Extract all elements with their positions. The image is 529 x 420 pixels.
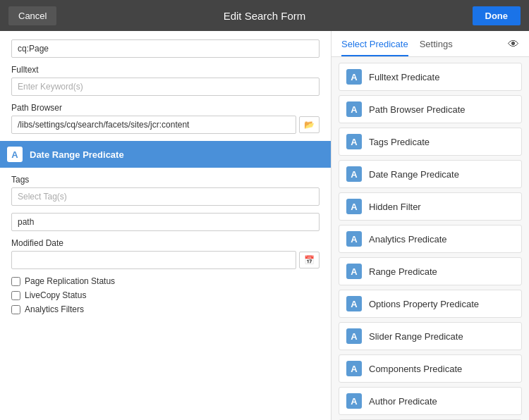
pred-label: Slider Range Predicate [369,331,463,342]
livecopy-checkbox[interactable] [11,291,20,300]
drag-item-label: Date Range Predicate [30,149,124,160]
analytics-checkbox[interactable] [11,305,20,314]
drag-a-badge: A [7,147,23,162]
fulltext-field-group: Fulltext [11,65,320,96]
pred-label: Range Predicate [369,266,437,277]
cancel-button[interactable]: Cancel [8,6,56,25]
predicate-item[interactable]: AAnalytics Predicate [339,225,522,253]
type-input[interactable] [11,39,320,58]
tags-field-group: Tags [11,175,320,206]
predicate-item[interactable]: AAuthor Predicate [339,387,522,415]
pred-a-badge: A [346,361,362,376]
page-replication-label: Page Replication Status [25,276,115,286]
pred-label: Path Browser Predicate [369,104,466,115]
pred-label: Author Predicate [369,396,437,407]
pred-label: Analytics Predicate [369,234,447,245]
checkboxes-group: Page Replication Status LiveCopy Status … [11,276,320,314]
pred-a-badge: A [346,166,362,182]
pred-a-badge: A [346,328,362,344]
pred-a-badge: A [346,296,362,311]
done-button[interactable]: Done [473,6,521,25]
predicate-list: AFulltext PredicateAPath Browser Predica… [332,57,529,420]
path-browser-field-group: Path Browser 📂 [11,103,320,134]
pred-a-badge: A [346,231,362,247]
fulltext-label: Fulltext [11,65,320,75]
path-browser-label: Path Browser [11,103,320,113]
pred-label: Fulltext Predicate [369,72,439,82]
pred-label: Components Predicate [369,364,462,374]
path-browser-row: 📂 [11,116,320,134]
type-field-group [11,39,320,58]
modified-date-row: 📅 [11,251,320,269]
pred-label: Options Property Predicate [369,299,479,309]
right-panel: Select Predicate Settings 👁 AFulltext Pr… [332,31,529,420]
modified-date-field-group: Modified Date 📅 [11,238,320,269]
modified-date-input[interactable] [11,251,296,269]
pred-a-badge: A [346,264,362,279]
header: Cancel Edit Search Form Done [0,0,529,31]
drag-overlay[interactable]: A Date Range Predicate [0,141,331,168]
pred-a-badge: A [346,101,362,117]
pred-a-badge: A [346,393,362,409]
predicate-item[interactable]: ATags Predicate [339,128,522,156]
tags-label: Tags [11,175,320,185]
predicate-item[interactable]: AHidden Filter [339,192,522,221]
predicate-item[interactable]: APath Browser Predicate [339,95,522,123]
pred-label: Hidden Filter [369,202,421,212]
page-replication-checkbox[interactable] [11,277,20,286]
livecopy-label: LiveCopy Status [25,290,86,300]
eye-icon[interactable]: 👁 [508,38,519,56]
path-value-field-group [11,213,320,231]
right-tabs: Select Predicate Settings 👁 [332,31,529,57]
fulltext-input[interactable] [11,78,320,96]
tags-input[interactable] [11,187,320,206]
left-panel: Fulltext Path Browser 📂 A Date Range Pre… [0,31,332,420]
checkbox-analytics: Analytics Filters [11,304,320,314]
path-browse-button[interactable]: 📂 [299,116,320,133]
predicate-item[interactable]: ASlider Range Predicate [339,322,522,350]
pred-a-badge: A [346,134,362,149]
predicate-item[interactable]: ADate Range Predicate [339,160,522,188]
tabs-container: Select Predicate Settings [341,39,453,56]
pred-a-badge: A [346,199,362,214]
predicate-item[interactable]: AFulltext Predicate [339,63,522,91]
checkbox-livecopy: LiveCopy Status [11,290,320,300]
predicate-item[interactable]: AComponents Predicate [339,354,522,383]
path-browser-input[interactable] [11,116,296,134]
pred-a-badge: A [346,69,362,85]
page-title: Edit Search Form [224,10,306,22]
tab-select-predicate[interactable]: Select Predicate [341,39,408,56]
modified-date-label: Modified Date [11,238,320,248]
pred-label: Date Range Predicate [369,169,459,180]
predicate-item[interactable]: AOptions Property Predicate [339,290,522,318]
main-content: Fulltext Path Browser 📂 A Date Range Pre… [0,31,529,420]
analytics-label: Analytics Filters [25,304,84,314]
predicate-item[interactable]: ARange Predicate [339,257,522,285]
checkbox-page-replication: Page Replication Status [11,276,320,286]
pred-label: Tags Predicate [369,137,430,147]
path-value-input[interactable] [11,213,320,231]
calendar-button[interactable]: 📅 [299,252,320,268]
tab-settings[interactable]: Settings [420,39,453,56]
